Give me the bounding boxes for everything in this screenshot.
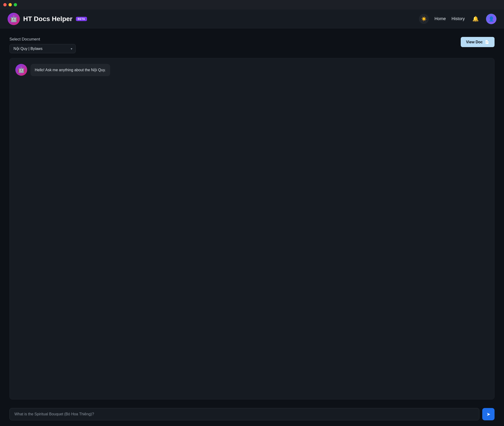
bot-message-bubble: Hello! Ask me anything about the Nội Quy… <box>30 64 110 76</box>
view-doc-label: View Doc <box>466 40 483 44</box>
theme-toggle-button[interactable]: ☀️ <box>419 14 429 24</box>
bot-message-text: Hello! Ask me anything about the Nội Quy… <box>35 68 106 72</box>
title-bar <box>0 0 504 9</box>
maximize-button[interactable] <box>14 3 17 6</box>
header: 🤖 HT Docs Helper BETA ☀️ Home History 🔔 … <box>0 9 504 28</box>
main-content: Select Document Nội Quy | Bylaws Employe… <box>0 28 504 404</box>
document-dropdown[interactable]: Nội Quy | Bylaws Employee Handbook HR Po… <box>9 44 76 53</box>
user-avatar[interactable]: 👤 <box>486 14 497 24</box>
send-icon: ➤ <box>486 411 490 417</box>
sun-icon: ☀️ <box>421 16 427 21</box>
chat-messages: 🤖 Hello! Ask me anything about the Nội Q… <box>15 64 489 394</box>
notification-button[interactable]: 🔔 <box>470 14 480 24</box>
app-title: HT Docs Helper <box>23 15 73 23</box>
notification-icon: 🔔 <box>472 16 479 22</box>
logo-container: 🤖 HT Docs Helper BETA <box>7 13 87 25</box>
view-doc-button[interactable]: View Doc 📄 <box>461 37 495 47</box>
document-label: Select Document <box>9 37 76 42</box>
document-section: Select Document Nội Quy | Bylaws Employe… <box>9 37 495 53</box>
beta-badge: BETA <box>76 17 87 21</box>
avatar-image: 👤 <box>486 14 497 24</box>
document-select-container: Select Document Nội Quy | Bylaws Employe… <box>9 37 76 53</box>
document-icon: 📄 <box>485 40 489 44</box>
send-button[interactable]: ➤ <box>482 408 495 420</box>
chat-input[interactable] <box>9 408 479 420</box>
chat-message: 🤖 Hello! Ask me anything about the Nội Q… <box>15 64 489 76</box>
app-logo-icon: 🤖 <box>7 13 20 25</box>
avatar-placeholder: 👤 <box>488 16 494 22</box>
input-area: ➤ <box>0 404 504 426</box>
minimize-button[interactable] <box>8 3 12 6</box>
document-dropdown-wrapper: Nội Quy | Bylaws Employee Handbook HR Po… <box>9 44 76 53</box>
bot-avatar-icon: 🤖 <box>15 64 27 76</box>
home-nav-link[interactable]: Home <box>435 16 446 21</box>
close-button[interactable] <box>3 3 7 6</box>
chat-container: 🤖 Hello! Ask me anything about the Nội Q… <box>9 58 495 399</box>
nav-items: ☀️ Home History 🔔 👤 <box>419 14 497 24</box>
history-nav-link[interactable]: History <box>451 16 465 21</box>
